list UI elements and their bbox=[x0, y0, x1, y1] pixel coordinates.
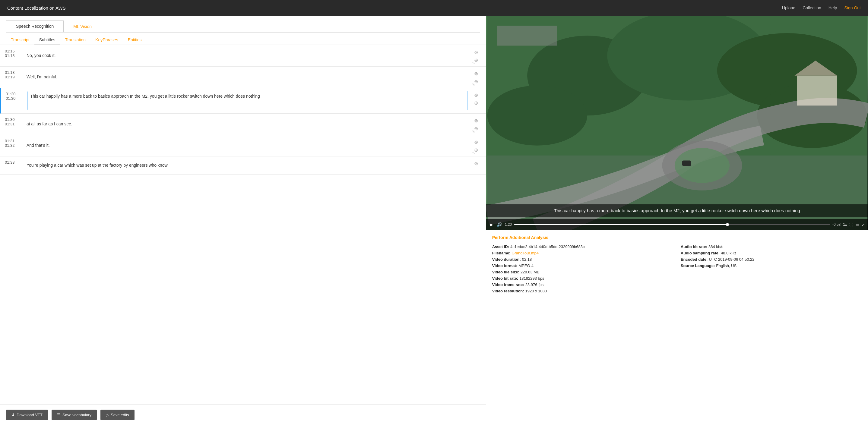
remove-icon[interactable]: ⊗ bbox=[473, 117, 479, 124]
time-end: 01:31 bbox=[5, 122, 23, 126]
resize-handle[interactable]: ⤡ bbox=[472, 151, 475, 155]
video-thumbnail bbox=[486, 16, 868, 230]
remove-icon[interactable]: ⊗ bbox=[473, 49, 479, 56]
tab-transcript[interactable]: Transcript bbox=[6, 35, 34, 45]
metadata-section: Perform Additional Analysis Asset ID: 4c… bbox=[486, 230, 868, 299]
encoded-date-row: Encoded date: UTC 2019-09-06 04:50:22 bbox=[681, 256, 862, 263]
meta-col-left: Asset ID: 4c1edac2-4b14-4d0d-b5dd-232990… bbox=[492, 243, 674, 294]
time-end: 01:18 bbox=[5, 53, 23, 58]
time-col: 01:30 01:31 bbox=[5, 117, 23, 132]
source-language-row: Source Language: English, US bbox=[681, 263, 862, 269]
video-file-size-value: 228.63 MB bbox=[521, 270, 539, 274]
encoded-date-value: UTC 2019-09-06 04:50:22 bbox=[709, 257, 754, 262]
audio-sampling-rate-row: Audio sampling rate: 48.0 kHz bbox=[681, 250, 862, 256]
time-col: 01:18 01:19 bbox=[5, 70, 23, 85]
text-col[interactable] bbox=[24, 91, 471, 110]
download-vtt-button[interactable]: ⬇ Download VTT bbox=[6, 410, 48, 420]
resize-handle[interactable]: ⤡ bbox=[472, 61, 475, 65]
remove-icon[interactable]: ⊗ bbox=[473, 139, 479, 145]
app-header: Content Localization on AWS Upload Colle… bbox=[0, 0, 868, 16]
time-start: 01:30 bbox=[5, 117, 23, 122]
progress-bar[interactable] bbox=[514, 224, 830, 225]
tab-speech-recognition[interactable]: Speech Recognition bbox=[6, 21, 64, 32]
video-scene-svg bbox=[486, 16, 868, 230]
video-format-value: MPEG-4 bbox=[519, 263, 533, 268]
help-link[interactable]: Help bbox=[829, 5, 837, 10]
remove-icon[interactable]: ⊗ bbox=[473, 92, 479, 98]
tab-subtitles[interactable]: Subtitles bbox=[34, 35, 60, 45]
table-row: 01:18 01:19 Well, I'm painful. ⊗ ⊕ ⤡ bbox=[0, 67, 486, 88]
download-vtt-label: Download VTT bbox=[17, 413, 42, 417]
play-button[interactable]: ▶ bbox=[489, 222, 494, 227]
tab-entities[interactable]: Entities bbox=[123, 35, 147, 45]
action-col: ⊗ ⊕ bbox=[471, 91, 481, 110]
save-vocabulary-label: Save vocabulary bbox=[62, 413, 91, 417]
table-row: 01:30 01:31 at all as far as I can see. … bbox=[0, 113, 486, 135]
filename-value[interactable]: GrandTour.mp4 bbox=[512, 251, 539, 255]
video-bit-rate-value: 13182293 bps bbox=[519, 276, 544, 281]
save-edits-label: Save edits bbox=[111, 413, 129, 417]
remove-icon[interactable]: ⊗ bbox=[473, 160, 479, 167]
text-col: at all as far as I can see. bbox=[23, 117, 471, 132]
encoded-date-label: Encoded date: bbox=[681, 257, 708, 262]
svg-rect-9 bbox=[682, 160, 691, 166]
volume-button[interactable]: 🔊 bbox=[496, 222, 502, 227]
subtitle-textarea[interactable] bbox=[27, 91, 468, 110]
video-bit-rate-label: Video bit rate: bbox=[492, 276, 518, 281]
text-col: You're playing a car which was set up at… bbox=[23, 159, 471, 171]
tab-keyphrases[interactable]: KeyPhrases bbox=[91, 35, 123, 45]
resize-handle[interactable]: ⤡ bbox=[472, 129, 475, 134]
subtitle-text: Well, I'm painful. bbox=[27, 74, 57, 80]
fullscreen-icon[interactable]: ⛶ bbox=[849, 223, 853, 227]
svg-rect-10 bbox=[797, 76, 837, 105]
expand-icon[interactable]: ⤢ bbox=[862, 223, 865, 227]
video-frame-rate-label: Video frame rate: bbox=[492, 283, 524, 287]
text-col: No, you cook it. bbox=[23, 48, 471, 63]
audio-bit-rate-label: Audio bit rate: bbox=[681, 244, 707, 249]
time-start: 01:33 bbox=[5, 160, 23, 165]
save-vocabulary-button[interactable]: ☰ Save vocabulary bbox=[52, 410, 97, 420]
asset-id-label: Asset ID: bbox=[492, 244, 509, 249]
video-frame-rate-row: Video frame rate: 23.976 fps bbox=[492, 282, 674, 288]
subtitle-text: And that's it. bbox=[27, 142, 50, 149]
video-file-size-row: Video file size: 228.63 MB bbox=[492, 269, 674, 275]
video-bit-rate-row: Video bit rate: 13182293 bps bbox=[492, 275, 674, 282]
bottom-bar: ⬇ Download VTT ☰ Save vocabulary ▷ Save … bbox=[0, 404, 486, 425]
video-caption: This car happily has a more back to basi… bbox=[486, 204, 868, 217]
current-time: 1:20 bbox=[505, 223, 512, 227]
speed-button[interactable]: 1x bbox=[843, 223, 847, 227]
tab-translation[interactable]: Translation bbox=[60, 35, 91, 45]
remaining-time: -0:58 bbox=[832, 223, 841, 227]
remove-icon[interactable]: ⊗ bbox=[473, 70, 479, 77]
time-col: 01:16 01:18 bbox=[5, 48, 23, 63]
time-start: 01:31 bbox=[5, 139, 23, 143]
collection-link[interactable]: Collection bbox=[803, 5, 821, 10]
filename-row: Filename: GrandTour.mp4 bbox=[492, 250, 674, 256]
add-icon[interactable]: ⊕ bbox=[473, 99, 479, 106]
time-start: 01:20 bbox=[6, 92, 24, 96]
tab-ml-vision[interactable]: ML Vision bbox=[64, 21, 101, 32]
video-duration-value: 02:18 bbox=[522, 257, 532, 262]
left-panel: Speech Recognition ML Vision Transcript … bbox=[0, 16, 486, 425]
time-col: 01:20 01:30 bbox=[6, 91, 24, 110]
table-row: 01:33 You're playing a car which was set… bbox=[0, 157, 486, 174]
perform-analysis-link[interactable]: Perform Additional Analysis bbox=[492, 235, 862, 240]
asset-id-value: 4c1edac2-4b14-4d0d-b5dd-2329909b683c bbox=[510, 244, 585, 249]
subtitle-text: at all as far as I can see. bbox=[27, 121, 72, 127]
upload-link[interactable]: Upload bbox=[782, 5, 795, 10]
save-edits-button[interactable]: ▷ Save edits bbox=[100, 410, 134, 420]
time-start: 01:16 bbox=[5, 49, 23, 53]
video-duration-row: Video duration: 02:18 bbox=[492, 256, 674, 263]
table-row: 01:16 01:18 No, you cook it. ⊗ ⊕ ⤡ bbox=[0, 45, 486, 67]
app-title: Content Localization on AWS bbox=[7, 5, 66, 10]
pip-icon[interactable]: ▭ bbox=[856, 223, 859, 227]
main-layout: Speech Recognition ML Vision Transcript … bbox=[0, 16, 868, 425]
source-language-value: English, US bbox=[716, 263, 737, 268]
sign-out-link[interactable]: Sign Out bbox=[844, 5, 861, 10]
time-col: 01:31 01:32 bbox=[5, 138, 23, 153]
source-language-label: Source Language: bbox=[681, 263, 715, 268]
audio-sampling-rate-label: Audio sampling rate: bbox=[681, 251, 720, 255]
resize-handle[interactable]: ⤡ bbox=[472, 82, 475, 87]
video-resolution-row: Video resolution: 1920 x 1080 bbox=[492, 288, 674, 294]
subtitle-text: No, you cook it. bbox=[27, 53, 56, 59]
